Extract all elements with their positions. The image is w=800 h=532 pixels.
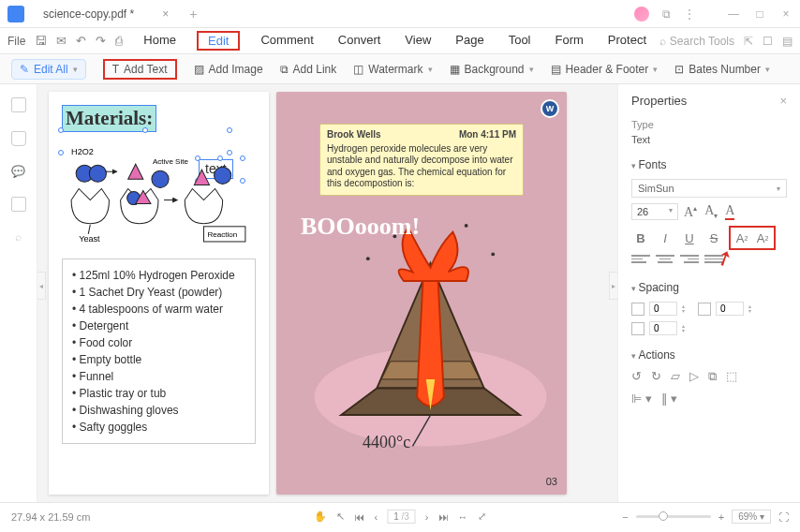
flip-v-icon[interactable]: ▷ <box>689 369 699 384</box>
superscript-button[interactable]: A2 <box>733 229 751 247</box>
spinner[interactable]: ▴▾ <box>682 324 685 333</box>
crop-icon[interactable]: ⧉ <box>708 369 717 384</box>
first-page-button[interactable]: ⏮ <box>354 511 364 523</box>
edit-all-button[interactable]: ✎ Edit All <box>11 59 86 80</box>
watermark-button[interactable]: ◫ Watermark <box>353 63 432 76</box>
zoom-slider[interactable] <box>636 515 711 518</box>
menu-bar: File 🖫 ✉ ↶ ↷ ⎙ Home Edit Comment Convert… <box>0 28 800 54</box>
share-icon[interactable]: ⧉ <box>662 7 671 21</box>
file-menu[interactable]: File <box>7 35 25 48</box>
svg-point-13 <box>491 252 495 256</box>
zoom-value[interactable]: 69% ▾ <box>732 510 771 524</box>
comment-note[interactable]: Brook Wells Mon 4:11 PM Hydrogen peroxid… <box>319 124 524 196</box>
italic-button[interactable]: I <box>656 229 674 247</box>
minimize-button[interactable]: — <box>727 7 740 21</box>
line-spacing-icon <box>631 303 644 316</box>
tab-comment[interactable]: Comment <box>257 31 317 51</box>
background-button[interactable]: ▦ Background <box>450 63 534 76</box>
redo-icon[interactable]: ↷ <box>96 34 106 48</box>
tab-view[interactable]: View <box>401 31 435 51</box>
add-tab-button[interactable]: + <box>189 7 197 22</box>
font-color-icon[interactable]: A <box>725 203 734 220</box>
close-window-button[interactable]: × <box>779 7 793 21</box>
rotate-left-icon[interactable]: ↺ <box>631 369 642 384</box>
tab-tool[interactable]: Tool <box>505 31 535 51</box>
tab-page[interactable]: Page <box>452 31 487 51</box>
export-icon[interactable]: ⇱ <box>744 35 753 48</box>
align-center-button[interactable] <box>656 255 674 270</box>
prev-page-button[interactable]: ‹ <box>374 511 378 523</box>
cloud-icon[interactable]: ☐ <box>763 35 773 48</box>
left-collapse-button[interactable]: ◂ <box>37 272 46 300</box>
document-tab[interactable]: science-copy.pdf * × <box>34 4 178 24</box>
zoom-in-button[interactable]: + <box>719 511 724 523</box>
comment-body: Hydrogen peroxide molecules are very uns… <box>327 143 516 190</box>
select-tool-icon[interactable]: ↖ <box>336 510 345 523</box>
tab-edit[interactable]: Edit <box>197 31 240 51</box>
subscript-button[interactable]: A2 <box>753 229 772 247</box>
maximize-button[interactable]: □ <box>753 7 766 21</box>
right-collapse-button[interactable]: ▸ <box>609 272 617 300</box>
last-page-button[interactable]: ⏭ <box>438 511 449 523</box>
add-image-button[interactable]: ▨ Add Image <box>194 63 263 76</box>
align-right-button[interactable] <box>680 255 699 270</box>
font-family-select[interactable]: SimSun <box>631 179 787 198</box>
bookmarks-icon[interactable] <box>11 131 26 146</box>
watermark-icon: ◫ <box>353 63 363 76</box>
bold-button[interactable]: B <box>631 229 650 247</box>
header-footer-button[interactable]: ▤ Header & Footer <box>551 63 659 76</box>
fit-width-icon[interactable]: ↔ <box>458 511 468 523</box>
panel-toggle-icon[interactable]: ▤ <box>782 35 793 48</box>
save-icon[interactable]: 🖫 <box>35 34 47 48</box>
align-objects-icon[interactable]: ⊫ ▾ <box>631 392 652 406</box>
font-size-select[interactable]: 26 <box>631 203 678 220</box>
word-export-badge[interactable]: W <box>541 99 559 118</box>
strikethrough-button[interactable]: S <box>704 229 723 247</box>
workspace: 💬 ⌕ ◂ ▸ Materials: text H2O2 Active Site <box>0 84 800 502</box>
attachments-icon[interactable] <box>11 197 26 212</box>
mail-icon[interactable]: ✉ <box>56 34 67 48</box>
thumbnails-icon[interactable] <box>11 97 26 112</box>
ai-icon[interactable] <box>634 7 649 22</box>
list-item: Empty bottle <box>72 351 247 368</box>
materials-list: 125ml 10% Hydrogen Peroxide 1 Sachet Dry… <box>62 259 256 444</box>
tab-form[interactable]: Form <box>552 31 587 51</box>
hand-tool-icon[interactable]: ✋ <box>314 510 327 523</box>
next-page-button[interactable]: › <box>425 511 429 523</box>
replace-icon[interactable]: ⬚ <box>726 369 737 384</box>
page-input[interactable]: 1 /3 <box>387 510 416 524</box>
close-panel-icon[interactable]: × <box>779 94 787 108</box>
fonts-section-header[interactable]: Fonts <box>631 158 787 171</box>
document-canvas[interactable]: ◂ ▸ Materials: text H2O2 Active Site <box>37 84 617 502</box>
spinner[interactable]: ▴▾ <box>748 304 751 314</box>
before-spacing-input[interactable] <box>716 302 744 316</box>
line-spacing-input[interactable] <box>649 302 677 316</box>
align-left-button[interactable] <box>631 255 650 270</box>
fit-page-icon[interactable]: ⤢ <box>478 510 486 523</box>
tab-convert[interactable]: Convert <box>334 31 385 51</box>
distribute-icon[interactable]: ‖ ▾ <box>661 392 678 406</box>
tab-protect[interactable]: Protect <box>604 31 650 51</box>
tab-home[interactable]: Home <box>140 31 180 51</box>
add-text-button[interactable]: T Add Text <box>103 59 177 80</box>
add-link-button[interactable]: ⧉ Add Link <box>280 63 337 76</box>
increase-font-icon[interactable]: A▴ <box>684 204 697 220</box>
more-icon[interactable]: ⋮ <box>684 7 695 21</box>
actions-section-header[interactable]: Actions <box>631 348 787 362</box>
spacing-section-header[interactable]: Spacing <box>631 281 787 294</box>
undo-icon[interactable]: ↶ <box>76 34 86 48</box>
search-rail-icon[interactable]: ⌕ <box>15 230 22 244</box>
rotate-right-icon[interactable]: ↻ <box>651 369 661 384</box>
print-icon[interactable]: ⎙ <box>115 34 123 48</box>
fullscreen-icon[interactable]: ⛶ <box>778 511 789 523</box>
underline-button[interactable]: U <box>680 229 699 247</box>
zoom-out-button[interactable]: − <box>622 511 628 523</box>
char-spacing-input[interactable] <box>649 321 677 335</box>
search-tools[interactable]: ⌕ Search Tools <box>659 35 734 48</box>
close-tab-icon[interactable]: × <box>162 7 169 21</box>
decrease-font-icon[interactable]: A▾ <box>704 203 718 220</box>
bates-number-button[interactable]: ⊡ Bates Number <box>674 63 770 76</box>
flip-h-icon[interactable]: ▱ <box>671 369 680 384</box>
comments-icon[interactable]: 💬 <box>11 165 25 178</box>
spinner[interactable]: ▴▾ <box>682 304 685 314</box>
